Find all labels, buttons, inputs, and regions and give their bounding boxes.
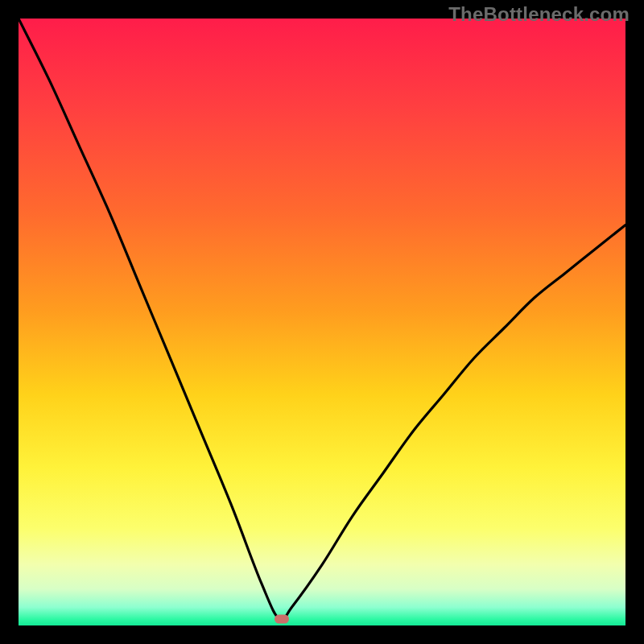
watermark-text: TheBottleneck.com [448,3,630,26]
plot-area [19,19,625,625]
bottleneck-curve [19,19,625,625]
optimal-point-marker [275,615,289,624]
chart-frame: TheBottleneck.com [0,0,644,644]
